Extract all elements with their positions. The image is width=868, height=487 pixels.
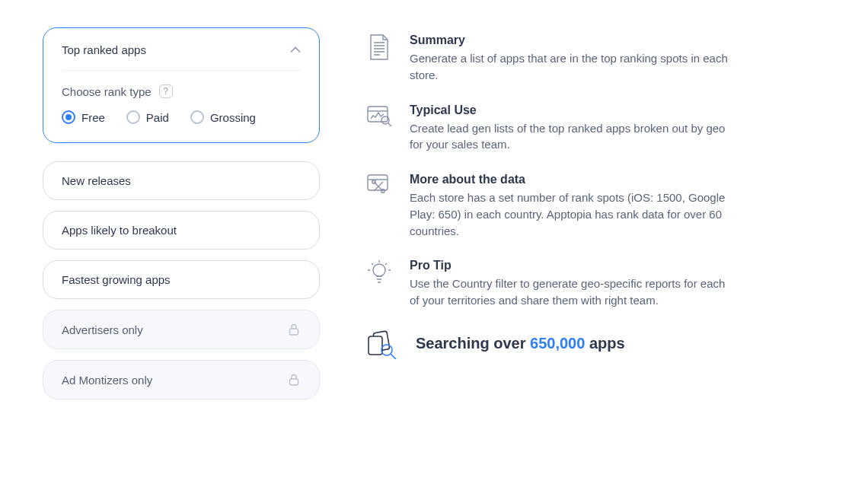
- search-summary-text: Searching over 650,000 apps: [416, 335, 625, 352]
- rank-type-label: Choose rank type ?: [62, 84, 301, 98]
- card-title: New releases: [62, 174, 131, 187]
- svg-rect-0: [290, 329, 298, 335]
- card-ad-monetizers-only[interactable]: Ad Montizers only: [43, 360, 320, 399]
- info-pro-tip: Pro Tip Use the Country filter to genera…: [365, 259, 822, 309]
- radio-free[interactable]: Free: [62, 110, 105, 124]
- lock-icon: [287, 373, 301, 387]
- info-title: More about the data: [410, 173, 737, 186]
- card-title: Apps likely to breakout: [62, 224, 177, 237]
- info-typical-use: Typical Use Create lead gen lists of the…: [365, 103, 822, 154]
- svg-rect-1: [290, 379, 298, 385]
- radio-grossing[interactable]: Grossing: [190, 110, 256, 124]
- info-title: Typical Use: [410, 103, 737, 117]
- radio-label: Grossing: [210, 111, 256, 124]
- search-summary: Searching over 650,000 apps: [365, 329, 822, 359]
- card-title: Ad Montizers only: [62, 374, 152, 387]
- lock-icon: [287, 323, 301, 336]
- cards-search-icon: [365, 329, 399, 359]
- info-title: Summary: [410, 33, 737, 47]
- radio-dot-icon: [190, 110, 204, 124]
- filter-panel: Top ranked apps Choose rank type ? Free …: [0, 0, 350, 487]
- search-suffix: apps: [585, 335, 624, 352]
- card-title: Fastest growing apps: [62, 273, 171, 286]
- info-body: Generate a list of apps that are in the …: [410, 50, 737, 84]
- chart-search-icon: [365, 103, 393, 154]
- card-advertisers-only[interactable]: Advertisers only: [43, 310, 320, 349]
- help-icon[interactable]: ?: [159, 84, 173, 98]
- radio-dot-icon: [126, 110, 140, 124]
- radio-label: Free: [81, 111, 105, 124]
- document-icon: [365, 33, 393, 84]
- card-top-ranked-apps[interactable]: Top ranked apps Choose rank type ? Free …: [43, 27, 320, 143]
- search-count: 650,000: [530, 335, 585, 352]
- svg-rect-9: [369, 336, 382, 355]
- card-breakout[interactable]: Apps likely to breakout: [43, 211, 320, 250]
- card-header[interactable]: Top ranked apps: [62, 43, 301, 71]
- info-about-data: More about the data Each store has a set…: [365, 173, 822, 239]
- info-body: Create lead gen lists of the top ranked …: [410, 120, 737, 154]
- svg-rect-4: [368, 175, 388, 190]
- card-title: Advertisers only: [62, 323, 143, 336]
- tools-icon: [365, 173, 393, 239]
- radio-label: Paid: [146, 111, 169, 124]
- card-title: Top ranked apps: [62, 43, 146, 56]
- rank-type-radios: Free Paid Grossing: [62, 110, 301, 124]
- rank-type-label-text: Choose rank type: [62, 85, 152, 98]
- card-new-releases[interactable]: New releases: [43, 161, 320, 200]
- info-title: Pro Tip: [410, 259, 737, 272]
- card-fastest-growing[interactable]: Fastest growing apps: [43, 260, 320, 299]
- info-summary: Summary Generate a list of apps that are…: [365, 33, 822, 84]
- info-body: Use the Country filter to generate geo-s…: [410, 275, 737, 309]
- lightbulb-icon: [365, 259, 393, 309]
- info-panel: Summary Generate a list of apps that are…: [350, 0, 868, 487]
- search-prefix: Searching over: [416, 335, 530, 352]
- info-body: Each store has a set number of rank spot…: [410, 189, 737, 239]
- radio-paid[interactable]: Paid: [126, 110, 169, 124]
- radio-dot-icon: [62, 110, 75, 124]
- svg-point-7: [373, 264, 385, 276]
- chevron-up-icon: [290, 46, 301, 53]
